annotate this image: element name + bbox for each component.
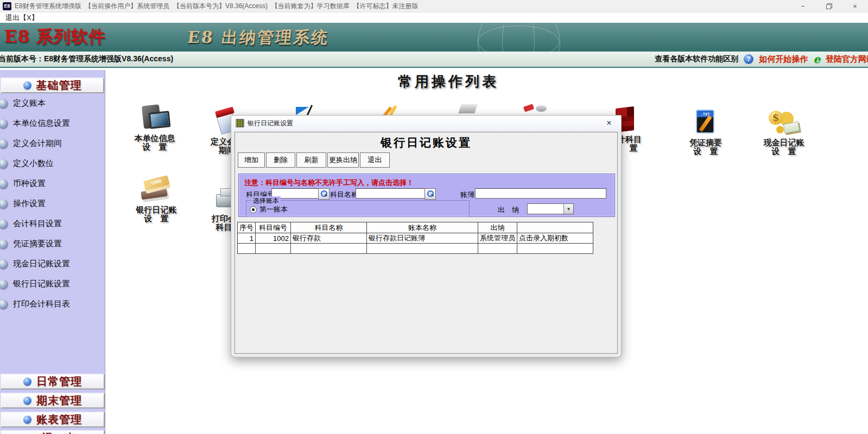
cell-book-name	[367, 244, 478, 254]
notice-text: 注意：科目编号与名称不充许手工写入，请点击选择！	[244, 178, 414, 188]
radio-icon	[250, 206, 257, 213]
dialog-toolbar-button[interactable]: 增加	[238, 152, 265, 168]
dropdown-arrow-icon[interactable]: ▼	[563, 204, 573, 214]
book-name-input[interactable]	[475, 188, 606, 199]
cell-cashier: 系统管理员	[478, 233, 517, 244]
partial-desktop-icon[interactable]	[458, 103, 481, 113]
table-row[interactable]: 1 1002 银行存款 银行存款日记账簿 系统管理员 点击录入期初数	[238, 233, 593, 244]
partial-desktop-icon[interactable]	[524, 103, 548, 113]
dialog-titlebar[interactable]: 银行日记账设置 ×	[231, 116, 621, 131]
dialog-close-button[interactable]: ×	[600, 116, 618, 131]
cashier-combo-value	[528, 204, 563, 214]
table-header-row: 序号 科目编号 科目名称 账本名称 出纳	[238, 222, 593, 233]
cell-book-name: 银行存款日记账簿	[367, 233, 478, 244]
enter-opening-balance-cell[interactable]: 点击录入期初数	[517, 233, 593, 244]
dialog-title: 银行日记账设置	[248, 119, 293, 128]
partial-icon-glyph	[524, 103, 548, 113]
subject-name-lookup-button[interactable]	[425, 188, 436, 200]
partial-icon-glyph	[382, 105, 406, 116]
col-extra	[517, 222, 593, 233]
dialog-form-area: 银行日记账设置 增加 删除 刷新 更换出纳 退出 注意：科目编号与名称不充许手工…	[235, 132, 618, 354]
first-book-radio[interactable]: 第一账本	[250, 205, 288, 214]
cashier-label: 出 纳	[498, 205, 519, 215]
cell-subject-name	[291, 244, 367, 254]
col-book-name: 账本名称	[367, 222, 478, 233]
subject-name-label: 科目名称	[330, 190, 358, 200]
entry-panel: 注意：科目编号与名称不充许手工写入，请点击选择！ 科目编号 科目名称 账簿名称 …	[238, 174, 615, 217]
dialog-heading: 银行日记账设置	[235, 135, 617, 150]
cell-subject-code	[256, 244, 291, 254]
cashier-combobox[interactable]: ▼	[527, 203, 574, 214]
enter-opening-balance-cell[interactable]	[517, 244, 593, 254]
partial-desktop-icon[interactable]	[382, 105, 406, 116]
dialog-toolbar-button[interactable]: 删除	[266, 152, 295, 168]
partial-desktop-icon[interactable]	[295, 105, 319, 115]
subject-code-lookup-button[interactable]	[318, 188, 330, 200]
dialog-toolbar-button[interactable]: 刷新	[296, 152, 326, 168]
col-cashier: 出纳	[478, 222, 517, 233]
cell-subject-code: 1002	[256, 233, 291, 244]
dialog-toolbar: 增加 删除 刷新 更换出纳 退出	[238, 152, 390, 168]
cell-subject-name: 银行存款	[291, 233, 367, 244]
select-book-groupbox: 选择账本 第一账本	[246, 200, 470, 217]
dialog-toolbar-button[interactable]: 更换出纳	[327, 152, 359, 168]
cell-cashier	[478, 244, 517, 254]
col-index: 序号	[238, 222, 256, 233]
ledger-icon	[236, 119, 244, 127]
cell-index: 1	[238, 233, 256, 244]
partial-icon-glyph	[458, 103, 481, 113]
col-subject-code: 科目编号	[256, 222, 291, 233]
partial-icon-glyph	[295, 105, 319, 115]
subject-name-input[interactable]	[356, 188, 426, 199]
cell-index	[238, 244, 256, 254]
journal-table: 序号 科目编号 科目名称 账本名称 出纳 1 1002 银行存款 银行存款日记账…	[237, 222, 593, 254]
table-row[interactable]	[238, 244, 593, 254]
col-subject-name: 科目名称	[291, 222, 367, 233]
bank-journal-dialog: 银行日记账设置 × 银行日记账设置 增加 删除 刷新 更换出纳 退出 注意：科目…	[231, 115, 622, 358]
dialog-toolbar-button[interactable]: 退出	[360, 152, 390, 168]
